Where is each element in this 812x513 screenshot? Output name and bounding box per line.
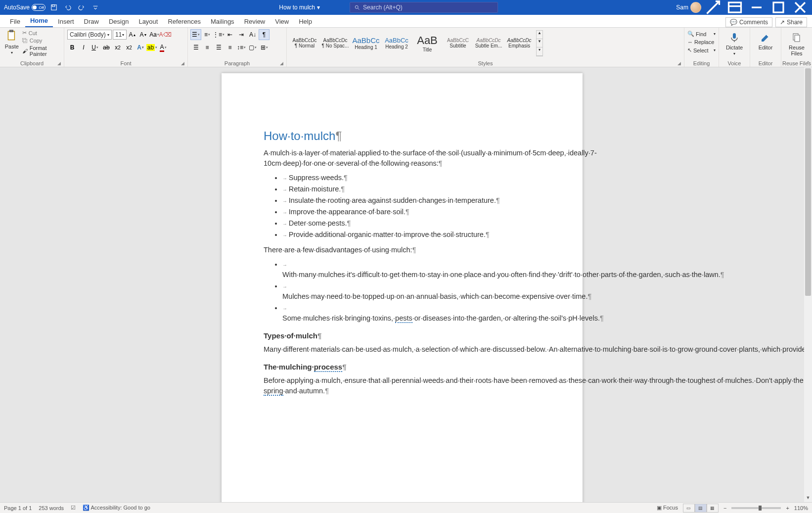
autosave-toggle[interactable]: AutoSave Off: [4, 4, 45, 11]
tab-help[interactable]: Help: [294, 16, 317, 27]
list-item[interactable]: → Deter·some·pests.¶: [282, 218, 541, 229]
bold-button[interactable]: B: [67, 43, 77, 52]
close-button[interactable]: [790, 0, 810, 15]
numbering-button[interactable]: ≡: [202, 30, 212, 40]
font-launcher[interactable]: ◢: [181, 61, 186, 66]
list-item[interactable]: → Mulches·may·need·to·be·topped·up·on·an…: [282, 281, 541, 302]
tab-insert[interactable]: Insert: [53, 16, 79, 27]
change-case-button[interactable]: Aa: [149, 30, 159, 40]
tab-references[interactable]: References: [163, 16, 205, 27]
share-button[interactable]: ↗Share: [775, 17, 807, 27]
style-item[interactable]: AaBbCcDc¶ Normal: [290, 30, 319, 56]
list-item[interactable]: → With·many·mulches·it's·difficult·to·ge…: [282, 259, 541, 280]
tab-file[interactable]: File: [5, 16, 25, 27]
tab-review[interactable]: Review: [239, 16, 271, 27]
scroll-thumb[interactable]: [805, 68, 811, 296]
zoom-slider[interactable]: [731, 507, 781, 509]
tab-mailings[interactable]: Mailings: [206, 16, 239, 27]
italic-button[interactable]: I: [79, 43, 89, 52]
format-painter-button[interactable]: 🖌Format Painter: [22, 45, 61, 57]
avatar[interactable]: [690, 2, 701, 13]
doc-title[interactable]: How·to·mulch¶: [264, 128, 541, 145]
multilevel-list-button[interactable]: ⋮≡: [214, 30, 224, 40]
justify-button[interactable]: ≡: [225, 43, 235, 52]
font-color-button[interactable]: A: [158, 43, 168, 52]
grow-font-button[interactable]: A▲: [128, 30, 137, 40]
bullet-list[interactable]: → Suppress·weeds.¶→ Retain·moisture.¶→ I…: [264, 173, 541, 240]
search-input[interactable]: Search (Alt+Q): [350, 2, 498, 13]
tab-home[interactable]: Home: [25, 15, 53, 27]
list-item[interactable]: → Retain·moisture.¶: [282, 184, 541, 194]
select-button[interactable]: ↖Select▾: [687, 46, 716, 54]
page[interactable]: How·to·mulch¶ A·mulch·is·a·layer·of·mate…: [222, 73, 583, 502]
font-size-combo[interactable]: 11▾: [113, 30, 127, 40]
ribbon-display-icon[interactable]: [725, 0, 745, 15]
cut-button[interactable]: ✂Cut: [22, 30, 61, 36]
collapse-ribbon-button[interactable]: ⌃: [806, 60, 810, 66]
list-item[interactable]: → Improve·the·appearance·of·bare·soil.¶: [282, 207, 541, 217]
list-item[interactable]: → Insulate·the·rooting·area·against·sudd…: [282, 195, 541, 206]
align-right-button[interactable]: ☰: [214, 43, 224, 52]
spellcheck-icon[interactable]: ☑: [71, 505, 76, 511]
save-icon[interactable]: [48, 2, 59, 13]
scroll-down-icon[interactable]: ▼: [804, 495, 812, 502]
list-item[interactable]: → Some·mulches·risk·bringing·toxins,·pes…: [282, 303, 541, 324]
vertical-scrollbar[interactable]: ▲ ▼: [804, 67, 812, 502]
align-left-button[interactable]: ☰: [191, 43, 201, 52]
focus-button[interactable]: ▣ Focus: [657, 505, 678, 511]
bullet-list[interactable]: → With·many·mulches·it's·difficult·to·ge…: [264, 259, 541, 324]
paragraph[interactable]: Many·different·materials·can·be·used·as·…: [264, 344, 541, 355]
clear-formatting-button[interactable]: A⌫: [160, 30, 170, 40]
document-name[interactable]: How to mulch ▾: [279, 4, 320, 11]
accessibility-status[interactable]: ♿ Accessibility: Good to go: [83, 505, 150, 511]
zoom-level[interactable]: 110%: [794, 505, 808, 511]
style-gallery-nav[interactable]: ▲▼▾: [536, 30, 543, 56]
tab-layout[interactable]: Layout: [134, 16, 163, 27]
word-count[interactable]: 253 words: [39, 505, 64, 511]
style-item[interactable]: AaBbCcDcSubtle Em...: [474, 30, 503, 56]
document-area[interactable]: How·to·mulch¶ A·mulch·is·a·layer·of·mate…: [0, 67, 804, 502]
replace-button[interactable]: ↔Replace: [687, 38, 716, 46]
tab-view[interactable]: View: [270, 16, 294, 27]
highlight-button[interactable]: ab: [147, 43, 157, 52]
coming-soon-icon[interactable]: [703, 0, 723, 15]
text-effects-button[interactable]: A: [135, 43, 145, 52]
redo-icon[interactable]: [76, 2, 87, 13]
dictate-button[interactable]: Dictate▾: [722, 30, 747, 58]
read-mode-button[interactable]: ▭: [683, 504, 695, 513]
find-button[interactable]: 🔍Find▾: [687, 30, 716, 38]
heading[interactable]: Types·of·mulch¶: [264, 330, 541, 341]
undo-icon[interactable]: [62, 2, 73, 13]
sort-button[interactable]: A↓: [248, 30, 258, 40]
strikethrough-button[interactable]: ab: [101, 43, 111, 52]
font-name-combo[interactable]: Calibri (Body)▾: [67, 30, 112, 40]
paste-button[interactable]: Paste▾: [3, 30, 21, 55]
borders-button[interactable]: ⊞: [259, 43, 269, 52]
decrease-indent-button[interactable]: ⇤: [225, 30, 235, 40]
underline-button[interactable]: U: [90, 43, 100, 52]
style-item[interactable]: AaBbCcDc¶ No Spac...: [320, 30, 350, 56]
zoom-in-button[interactable]: +: [786, 505, 789, 511]
page-indicator[interactable]: Page 1 of 1: [4, 505, 32, 511]
subscript-button[interactable]: x2: [113, 43, 123, 52]
tab-draw[interactable]: Draw: [79, 16, 104, 27]
increase-indent-button[interactable]: ⇥: [236, 30, 246, 40]
web-layout-button[interactable]: ▦: [707, 504, 719, 513]
paragraph[interactable]: There·are·a·few·disadvantages·of·using·m…: [264, 245, 541, 255]
paragraph[interactable]: A·mulch·is·a·layer·of·material·applied·t…: [264, 148, 541, 169]
superscript-button[interactable]: x2: [124, 43, 134, 52]
list-item[interactable]: → Suppress·weeds.¶: [282, 173, 541, 183]
print-layout-button[interactable]: ▤: [695, 504, 707, 513]
clipboard-launcher[interactable]: ◢: [57, 61, 62, 66]
paragraph[interactable]: Before·applying·a·mulch,·ensure·that·all…: [264, 375, 541, 396]
style-item[interactable]: AaBbCcHeading 1: [351, 30, 381, 56]
show-marks-button[interactable]: ¶: [259, 30, 269, 40]
style-item[interactable]: AaBbCcCSubtitle: [443, 30, 473, 56]
editor-button[interactable]: Editor: [753, 30, 778, 52]
line-spacing-button[interactable]: ↕≡: [236, 43, 246, 52]
heading[interactable]: The·mulching·process¶: [264, 362, 541, 373]
shrink-font-button[interactable]: A▼: [138, 30, 148, 40]
style-item[interactable]: AaBTitle: [412, 30, 442, 56]
minimize-button[interactable]: [747, 0, 767, 15]
paragraph-launcher[interactable]: ◢: [280, 61, 285, 66]
